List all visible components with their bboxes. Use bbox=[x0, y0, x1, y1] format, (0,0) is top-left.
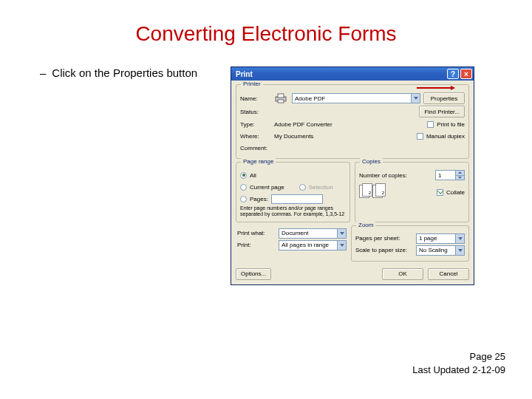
copies-group-label: Copies bbox=[360, 158, 383, 165]
manual-duplex-checkbox[interactable] bbox=[417, 133, 423, 140]
svg-rect-4 bbox=[278, 100, 284, 103]
all-radio[interactable] bbox=[240, 172, 247, 179]
zoom-group-label: Zoom bbox=[356, 222, 375, 228]
ok-button[interactable]: OK bbox=[382, 268, 423, 280]
slide-footer: Page 25 Last Updated 2-12-09 bbox=[412, 350, 505, 377]
print-what-select[interactable]: Document bbox=[279, 228, 347, 239]
pages-label: Pages: bbox=[250, 196, 268, 202]
printer-icon bbox=[274, 93, 287, 103]
selection-label: Selection bbox=[309, 184, 333, 191]
pages-hint: Enter page numbers and/or page ranges se… bbox=[240, 205, 346, 218]
manual-duplex-label: Manual duplex bbox=[426, 133, 465, 140]
where-label: Where: bbox=[240, 133, 271, 140]
svg-marker-11 bbox=[458, 249, 463, 252]
all-label: All bbox=[250, 172, 256, 179]
bullet-item: – Click on the Properties button bbox=[30, 66, 222, 79]
pages-input[interactable] bbox=[271, 194, 323, 204]
collate-label: Collate bbox=[446, 189, 465, 196]
page-range-group: Page range All Current page Selection Pa… bbox=[236, 162, 350, 222]
current-page-radio[interactable] bbox=[240, 184, 247, 191]
print-value: All pages in range bbox=[282, 242, 329, 248]
print-dialog: Print ? × Printer Name: bbox=[231, 66, 474, 285]
pages-per-sheet-value: 1 page bbox=[419, 235, 437, 242]
selection-radio[interactable] bbox=[299, 184, 306, 191]
bullet-dash: – bbox=[40, 66, 46, 79]
status-label: Status: bbox=[240, 109, 271, 115]
print-to-file-checkbox[interactable] bbox=[427, 121, 434, 128]
print-select[interactable]: All pages in range bbox=[279, 240, 347, 250]
chevron-down-icon bbox=[337, 229, 346, 238]
svg-marker-7 bbox=[458, 177, 462, 179]
close-button[interactable]: × bbox=[460, 69, 472, 79]
num-copies-value: 1 bbox=[438, 172, 441, 179]
help-button[interactable]: ? bbox=[447, 69, 459, 79]
options-button[interactable]: Options... bbox=[236, 268, 271, 280]
pages-per-sheet-select[interactable]: 1 page bbox=[416, 233, 465, 244]
collate-checkbox[interactable] bbox=[437, 189, 443, 196]
chevron-down-icon bbox=[455, 246, 464, 255]
chevron-down-icon bbox=[337, 241, 346, 250]
find-printer-button[interactable]: Find Printer... bbox=[419, 106, 465, 117]
dialog-titlebar: Print ? × bbox=[231, 67, 474, 81]
svg-marker-1 bbox=[451, 86, 455, 90]
comment-label: Comment: bbox=[240, 145, 271, 151]
svg-marker-9 bbox=[340, 244, 344, 247]
cancel-button[interactable]: Cancel bbox=[428, 268, 469, 280]
pages-radio[interactable] bbox=[240, 196, 247, 202]
printer-name-select[interactable]: Adobe PDF bbox=[292, 93, 420, 103]
page-number: Page 25 bbox=[412, 350, 505, 364]
svg-marker-10 bbox=[458, 237, 463, 240]
chevron-down-icon bbox=[455, 234, 464, 243]
printer-group: Printer Name: Adobe PDF Properties bbox=[236, 84, 469, 159]
num-copies-label: Number of copies: bbox=[359, 172, 407, 179]
zoom-group: Zoom Pages per sheet: 1 page Scale to pa… bbox=[351, 225, 469, 262]
printer-name-value: Adobe PDF bbox=[295, 95, 325, 102]
svg-rect-3 bbox=[278, 94, 284, 98]
num-copies-input[interactable]: 1 bbox=[435, 170, 465, 180]
current-page-label: Current page bbox=[250, 184, 284, 191]
chevron-down-icon bbox=[411, 94, 420, 103]
svg-marker-8 bbox=[340, 232, 344, 235]
print-label: Print: bbox=[237, 242, 276, 248]
where-value: My Documents bbox=[274, 133, 414, 140]
scale-value: No Scaling bbox=[419, 247, 448, 253]
dialog-title: Print bbox=[236, 70, 446, 78]
print-what-value: Document bbox=[282, 230, 308, 236]
type-value: Adobe PDF Converter bbox=[274, 121, 424, 128]
callout-arrow-icon bbox=[417, 86, 455, 90]
bullet-text: Click on the Properties button bbox=[52, 66, 197, 79]
page-range-label: Page range bbox=[241, 158, 276, 165]
spinner-icon[interactable] bbox=[455, 171, 464, 180]
printer-group-label: Printer bbox=[241, 81, 263, 87]
properties-button[interactable]: Properties bbox=[423, 92, 465, 104]
pages-per-sheet-label: Pages per sheet: bbox=[355, 235, 413, 242]
scale-label: Scale to paper size: bbox=[355, 247, 413, 253]
print-what-label: Print what: bbox=[237, 230, 276, 236]
type-label: Type: bbox=[240, 121, 271, 128]
svg-marker-5 bbox=[414, 97, 418, 100]
copies-group: Copies Number of copies: 1 bbox=[355, 162, 469, 222]
scale-select[interactable]: No Scaling bbox=[416, 245, 465, 256]
svg-marker-6 bbox=[458, 171, 462, 174]
name-label: Name: bbox=[240, 95, 271, 102]
slide-title: Converting Electronic Forms bbox=[30, 22, 502, 46]
last-updated: Last Updated 2-12-09 bbox=[412, 364, 505, 377]
print-to-file-label: Print to file bbox=[437, 121, 465, 128]
collate-preview-icon: 12 12 bbox=[359, 183, 384, 200]
